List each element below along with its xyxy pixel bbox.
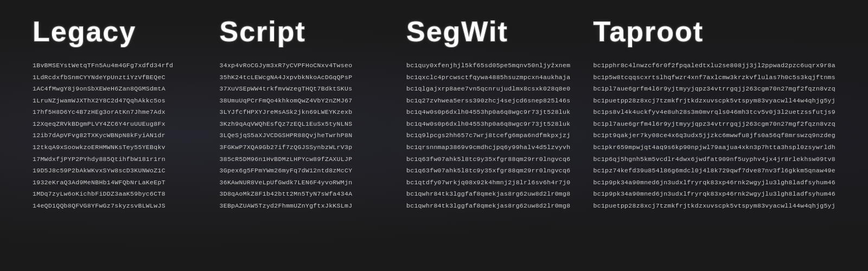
address-item[interactable]: bc1p5w8tcqqscxrtslhqfwzr4xnf7axlcmw3krzk…	[593, 72, 835, 83]
column-segwit: SegWitbc1quy0xfenjhjl5kf65sd05pe5mqnv50n…	[395, 16, 583, 211]
address-item[interactable]: 38UmuUqPCrFmQo4khkomQwZ4VbY2nZMJ67	[220, 95, 385, 106]
column-title-script: Script	[220, 16, 385, 47]
address-item[interactable]: bc1qtdfy07wrkjq08x92k4hmnj2j8lrl6sv6h4r7…	[406, 177, 572, 188]
page-wrapper: Legacy1BvBMSEYstWetqTFn5Au4m4GFg7xdfd34r…	[0, 0, 868, 227]
address-item[interactable]: bc1pl7aue6grfm4l6r9yjtmyyjqpz34vtrrgqjj2…	[593, 119, 835, 130]
address-list-legacy: 1BvBMSEYstWetqTFn5Au4m4GFg7xdfd34rfd1LdR…	[33, 60, 198, 211]
address-item[interactable]: 34xp4vRoCGJym3xR7yCVPFHoCNxv4Twseo	[220, 60, 385, 71]
address-item[interactable]: bc1q63fw07ahk5l8tc9y35xfgr88qm29rr0lngvc…	[406, 165, 572, 176]
address-item[interactable]: bc1qxclc4prcwsctfqywa4885hsuzmpcxn4aukha…	[406, 72, 572, 83]
address-item[interactable]: bc1puetpp28z8xcj7tzmkfrjtkdzxuvscpk5vtsp…	[593, 201, 835, 211]
address-item[interactable]: 3LQeSjqS5aXJVCDGSHPR88QvjheTwrhP8N	[220, 130, 385, 141]
address-item[interactable]: 17hf5H8D6Yc4B7zHEg3orAtKn7Jhme7Adx	[33, 107, 198, 118]
column-script: Script34xp4vRoCGJym3xR7yCVPFHoCNxv4Twseo…	[209, 16, 396, 211]
address-item[interactable]: 17MWdxfjPYP2PYhdy885QtihfbW181r1rn	[33, 154, 198, 165]
column-title-legacy: Legacy	[33, 16, 198, 47]
address-item[interactable]: bc1q4w0s0p6dxlh04553hp0a6q8wgc9r73jt528l…	[406, 107, 572, 118]
address-item[interactable]: 12ib7dApVFvg82TXKycWBNpN8kFyiAN1dr	[33, 130, 198, 141]
column-title-taproot: Taproot	[593, 16, 835, 47]
address-item[interactable]: 1932eKraQ3Ad9MeNBHb14WFQbNrLaKeEpT	[33, 177, 198, 188]
address-item[interactable]: 1AC4fMwgY8j9onSbXEWeH6Zan8QGMSdmtA	[33, 83, 198, 94]
address-item[interactable]: 3LYJfcfHPXYJreMsASk2jkn69LWEYKzexb	[220, 107, 385, 118]
address-item[interactable]: bc1qwhr84tk3lggfaf8qmekjas8rg62uw8d2lr0m…	[406, 189, 572, 199]
address-item[interactable]: bc1pphr8c4lnwzcf6r0f2fpqaledtxlu2se808jj…	[593, 60, 835, 71]
address-item[interactable]: 3FGKwP7XQA9Gb27if7zQGJSSynbzWLrV3p	[220, 142, 385, 153]
address-item[interactable]: 36KAwNUR8VeLpUfGwdk7LEN6F4yvoRWMjn	[220, 177, 385, 188]
address-item[interactable]: bc1p6qj5hgnh5km5vcdlr4dwx6jwdfat909nf5uy…	[593, 154, 835, 165]
address-list-taproot: bc1pphr8c4lnwzcf6r0f2fpqaledtxlu2se808jj…	[593, 60, 835, 211]
address-item[interactable]: 12tkqA9xSoowkzoERHMWNKsTey55YEBqkv	[33, 142, 198, 153]
column-legacy: Legacy1BvBMSEYstWetqTFn5Au4m4GFg7xdfd34r…	[22, 16, 209, 211]
address-item[interactable]: bc1q4w0s0p6dxlh04553hp0a6q8wgc9r73jt528l…	[406, 119, 572, 130]
address-item[interactable]: 3D8qAoMkZ8F1b42btt2Mn5TyN7sWfa434A	[220, 189, 385, 199]
address-item[interactable]: bc1pl7aue6grfm4l6r9yjtmyyjqpz34vtrrgqjj2…	[593, 83, 835, 94]
address-item[interactable]: bc1qwhr84tk3lggfaf8qmekjas8rg62uw8d2lr0m…	[406, 201, 572, 211]
address-item[interactable]: bc1quy0xfenjhjl5kf65sd05pe5mqnv50nljyžxn…	[406, 60, 572, 71]
address-item[interactable]: bc1p9pk34a90mned6jn3udxlfryrqk83xp46rnk2…	[593, 189, 835, 199]
address-item[interactable]: bc1puetpp28z8xcj7tzmkfrjtkdzxuvscpk5vtsp…	[593, 95, 835, 106]
address-item[interactable]: 1LdRcdxfbSnmCYYNdeYpUnztiYzVfBEQeC	[33, 72, 198, 83]
address-item[interactable]: bc1pt9qakjer7ky08ce4x6q3udx5jjzkc6mwwfu8…	[593, 130, 835, 141]
address-item[interactable]: bc1qrsnnmap3869v9cmdhcjpq6y99halv4d5lzvy…	[406, 142, 572, 153]
address-item[interactable]: 1BvBMSEYstWetqTFn5Au4m4GFg7xdfd34rfd	[33, 60, 198, 71]
address-item[interactable]: 3Kzh9qAqVWQhEsfQz7zEQL1EuSx5tyNLNS	[220, 119, 385, 130]
address-item[interactable]: bc1p9pk34a90mned6jn3udxlfryrqk83xp46rnk2…	[593, 177, 835, 188]
column-taproot: Taprootbc1pphr8c4lnwzcf6r0f2fpqaledtxlu2…	[583, 16, 846, 211]
address-item[interactable]: bc1q63fw07ahk5l8tc9y35xfgr88qm29rr0lngvc…	[406, 154, 572, 165]
address-list-script: 34xp4vRoCGJym3xR7yCVPFHoCNxv4Twseo35hK24…	[220, 60, 385, 211]
address-item[interactable]: bc1q9lpcgs2hh657c7wrj8tcefg6mpa6ndfmkpxj…	[406, 130, 572, 141]
address-item[interactable]: bc1ps8vl4k4uckfyv4e8uh28s3m0mvrqls046mh3…	[593, 107, 835, 118]
address-item[interactable]: 3Gpex6g5FPmYWm26myFq7dW12ntd8zMcCY	[220, 165, 385, 176]
address-item[interactable]: bc1q27zvhwea5erss390zhcj4sejcd6snep825l4…	[406, 95, 572, 106]
address-item[interactable]: bc1pz74kefd39u854l86g6mdcl0j4l8k729qwf7d…	[593, 165, 835, 176]
address-item[interactable]: 19D5J8c59P2bAkWKvxSYw8scD3KUNWoZ1C	[33, 165, 198, 176]
address-item[interactable]: 385cR5DM96n1HvBDMzLHPYcw89fZAXULJP	[220, 154, 385, 165]
column-title-segwit: SegWit	[406, 16, 572, 47]
address-item[interactable]: 37XuVSEpWW4trkfmvWzegTHQt7BdktSKUs	[220, 83, 385, 94]
address-item[interactable]: bc1qlgajxrp8aee7vn5qcnrujudlmx8csxk028q8…	[406, 83, 572, 94]
address-item[interactable]: 14eQD1QQb8QFVG8YFwGz7skyzsvBLWLwJS	[33, 201, 198, 211]
address-item[interactable]: bc1pkr659mpwjqt4aq9s6kp90npjwl79aajua4xk…	[593, 142, 835, 153]
address-item[interactable]: 35hK24tcLEWcgNA4JxpvbkNkoAcDGqQPsP	[220, 72, 385, 83]
address-item[interactable]: 1MDq7zyLw6oKichbFiDDZ3aaK59byc6CT8	[33, 189, 198, 199]
address-list-segwit: bc1quy0xfenjhjl5kf65sd05pe5mqnv50nljyžxn…	[406, 60, 572, 211]
address-item[interactable]: 1LruNZjwamWJXThX2Y8C2d47QqhAkkc5os	[33, 95, 198, 106]
address-item[interactable]: 12XqeqZRVkBDgmPLVY4ZC6Y4ruUUEug8Fx	[33, 119, 198, 130]
address-item[interactable]: 3EBpAZUAW5Tzyd2FhmmUZnYgftxJkKSLmJ	[220, 201, 385, 211]
